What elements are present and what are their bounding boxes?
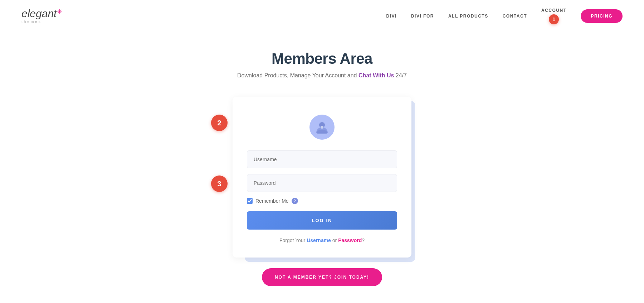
- nav-account[interactable]: ACCOUNT: [541, 8, 567, 13]
- user-avatar-area: [247, 115, 397, 140]
- user-svg-icon: [315, 120, 329, 134]
- login-button[interactable]: LOG IN: [247, 211, 397, 230]
- forgot-username-link[interactable]: Username: [307, 237, 331, 243]
- forgot-text: Forgot Your: [279, 237, 307, 243]
- subtitle-suffix: 24/7: [394, 72, 407, 78]
- nav-divi[interactable]: DIVI: [386, 14, 397, 19]
- login-card-container: Remember Me ? LOG IN Forgot Your Usernam…: [233, 97, 411, 258]
- annotation-2: 2: [211, 115, 228, 131]
- username-group: [247, 150, 397, 168]
- nav-contact[interactable]: CONTACT: [503, 14, 527, 19]
- password-input[interactable]: [247, 174, 397, 192]
- logo-themes: themes: [21, 20, 42, 24]
- account-notification-badge: 1: [549, 14, 559, 24]
- remember-me-label: Remember Me: [255, 198, 289, 204]
- svg-point-2: [321, 126, 323, 129]
- forgot-suffix: ?: [362, 237, 365, 243]
- remember-me-row: Remember Me ?: [247, 198, 397, 204]
- site-logo[interactable]: elegant✳ themes: [21, 8, 62, 24]
- site-header: elegant✳ themes DIVI DIVI FOR ALL PRODUC…: [0, 0, 644, 32]
- help-icon[interactable]: ?: [292, 198, 298, 204]
- subtitle-text: Download Products, Manage Your Account a…: [237, 72, 358, 78]
- chat-link[interactable]: Chat With Us: [358, 72, 394, 78]
- main-content: Members Area Download Products, Manage Y…: [0, 32, 644, 300]
- page-title: Members Area: [272, 50, 372, 67]
- avatar-icon: [309, 115, 335, 140]
- forgot-password-link[interactable]: Password: [338, 237, 362, 243]
- forgot-row: Forgot Your Username or Password?: [247, 237, 397, 243]
- remember-me-checkbox[interactable]: [247, 198, 253, 204]
- forgot-or: or: [331, 237, 338, 243]
- password-group: [247, 174, 397, 192]
- login-card-wrapper: 2 3: [233, 97, 411, 258]
- join-section: NOT A MEMBER YET? JOIN TODAY!: [262, 268, 382, 286]
- join-button[interactable]: NOT A MEMBER YET? JOIN TODAY!: [262, 268, 382, 286]
- logo-elegant: elegant: [21, 8, 57, 19]
- pricing-button[interactable]: PRICING: [581, 9, 623, 23]
- nav-divi-for[interactable]: DIVI FOR: [411, 14, 434, 19]
- main-nav: DIVI DIVI FOR ALL PRODUCTS CONTACT ACCOU…: [386, 8, 623, 24]
- nav-all-products[interactable]: ALL PRODUCTS: [448, 14, 488, 19]
- login-card: Remember Me ? LOG IN Forgot Your Usernam…: [233, 97, 411, 258]
- logo-star: ✳: [57, 8, 62, 15]
- nav-account-wrapper: ACCOUNT 1: [541, 8, 567, 24]
- page-subtitle: Download Products, Manage Your Account a…: [237, 72, 407, 79]
- username-input[interactable]: [247, 150, 397, 168]
- annotation-3: 3: [211, 175, 228, 192]
